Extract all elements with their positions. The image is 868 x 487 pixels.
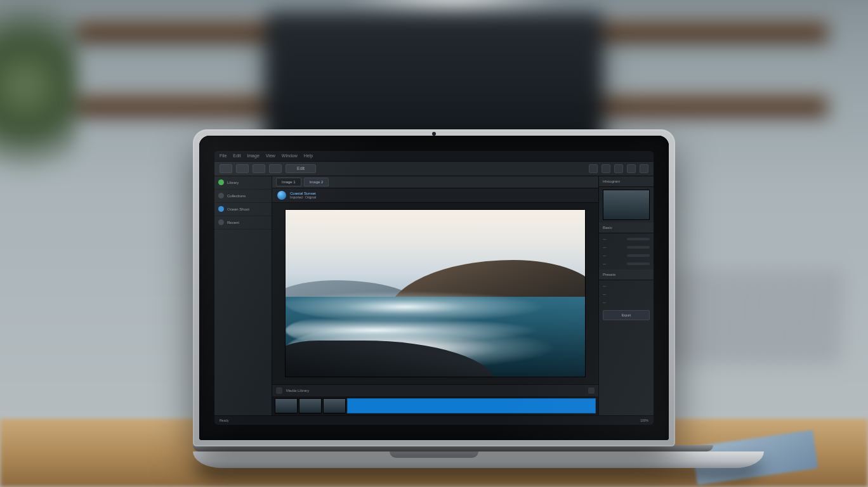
sidebar-item-label: Collections	[227, 194, 246, 198]
document-info-bar: Coastal Sunset Imported · Original	[272, 188, 598, 203]
tool-crop-icon[interactable]	[236, 164, 249, 173]
share-icon[interactable]	[614, 164, 623, 173]
slider[interactable]	[627, 246, 650, 249]
preset-label[interactable]: —	[603, 292, 606, 296]
sidebar-item-label: Ocean Shoot	[227, 207, 249, 211]
status-dot-icon	[218, 179, 224, 185]
tool-brush-icon[interactable]	[253, 164, 265, 173]
preset-label[interactable]: —	[603, 301, 606, 304]
menu-item[interactable]: Window	[282, 153, 298, 158]
tool-select-icon[interactable]	[220, 164, 232, 173]
status-text: Ready	[220, 419, 228, 422]
album-icon	[218, 206, 224, 212]
folder-icon	[218, 193, 224, 198]
thumbnail[interactable]	[323, 398, 346, 413]
panel-header[interactable]: Presets	[599, 269, 654, 280]
menu-item[interactable]: View	[266, 153, 275, 158]
adjustments-panel: — — — —	[599, 233, 654, 269]
menu-bar[interactable]: File Edit Image View Window Help	[214, 151, 654, 162]
status-bar: Ready 100%	[214, 415, 654, 425]
sidebar-item-label: Library	[227, 181, 239, 185]
sidebar-item-collections[interactable]: Collections	[214, 190, 272, 203]
slider-label: —	[603, 237, 606, 241]
app-badge-icon	[277, 191, 286, 200]
histogram-thumbnail	[603, 190, 650, 220]
panel-header[interactable]: Histogram	[599, 176, 654, 187]
sidebar-item-library[interactable]: Library	[214, 176, 272, 190]
photo-scene: File Edit Image View Window Help Edit	[0, 0, 868, 487]
timeline-label: Media Library	[286, 389, 309, 393]
sidebar-item-label: Recent	[227, 221, 239, 224]
screen-bezel: File Edit Image View Window Help Edit	[199, 136, 669, 440]
menu-item[interactable]: File	[220, 153, 227, 158]
progress-track[interactable]	[347, 398, 596, 413]
preset-label[interactable]: —	[603, 284, 606, 288]
grid-icon[interactable]	[276, 387, 282, 394]
slider-label: —	[603, 254, 606, 257]
photo-editor-app: File Edit Image View Window Help Edit	[214, 151, 654, 425]
toolbar: Edit	[214, 162, 654, 176]
slider[interactable]	[627, 254, 650, 257]
seascape-image	[285, 209, 586, 377]
image-canvas[interactable]	[272, 203, 598, 384]
center-pane: Image 1 Image 2 Coastal Sunset Imported …	[272, 176, 598, 415]
undo-icon[interactable]	[589, 164, 598, 173]
wave-icon[interactable]	[588, 387, 595, 394]
slider-label: —	[603, 262, 606, 266]
document-tab[interactable]: Image 1	[276, 178, 301, 186]
panel-header[interactable]: Basic	[599, 223, 654, 233]
thumbnail[interactable]	[275, 398, 298, 413]
presets-panel: — — —	[599, 280, 654, 308]
redo-icon[interactable]	[602, 164, 610, 173]
settings-icon[interactable]	[627, 164, 636, 173]
right-sidebar: Histogram Basic — — — — Presets	[598, 176, 654, 415]
trackpad-notch	[390, 451, 478, 458]
menu-item[interactable]: Edit	[233, 153, 240, 158]
mode-button[interactable]: Edit	[286, 164, 316, 173]
menu-item[interactable]: Image	[247, 153, 259, 158]
laptop: File Edit Image View Window Help Edit	[193, 129, 675, 458]
thumbnail[interactable]	[299, 398, 322, 413]
timeline-header: Media Library	[272, 384, 598, 396]
document-subtitle: Imported · Original	[290, 195, 316, 199]
slider[interactable]	[627, 263, 650, 265]
slider-label: —	[603, 245, 606, 249]
clock-icon	[218, 219, 224, 225]
fullscreen-icon[interactable]	[640, 164, 648, 173]
laptop-screen-frame: File Edit Image View Window Help Edit	[193, 129, 675, 446]
slider[interactable]	[627, 238, 650, 240]
laptop-deck	[193, 451, 764, 468]
tab-strip: Image 1 Image 2	[272, 176, 598, 188]
thumbnail-strip[interactable]	[272, 396, 598, 415]
sidebar-item-album[interactable]: Ocean Shoot	[214, 203, 272, 216]
document-tab[interactable]: Image 2	[304, 178, 329, 186]
left-sidebar: Library Collections Ocean Shoot	[214, 176, 272, 415]
zoom-level[interactable]: 100%	[640, 419, 648, 422]
menu-item[interactable]: Help	[304, 153, 313, 158]
sidebar-item-recent[interactable]: Recent	[214, 216, 272, 230]
export-button[interactable]: Export	[603, 310, 650, 320]
tool-text-icon[interactable]	[269, 164, 282, 173]
